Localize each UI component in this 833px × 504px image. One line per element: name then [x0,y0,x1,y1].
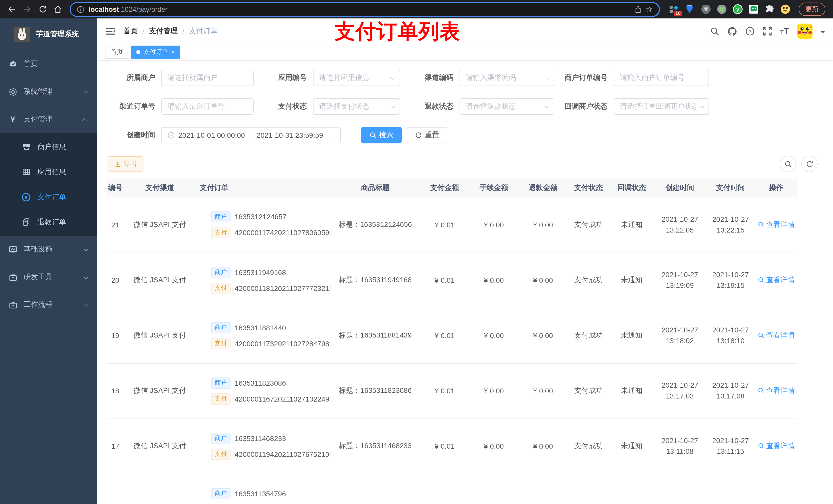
sidebar-item-home[interactable]: 首页 [0,50,97,78]
sidebar-item-system[interactable]: 系统管理 [0,78,97,105]
cell-pay-status: 支付成功 [568,253,610,308]
cell-actions: 查看详情 [755,253,797,308]
view-detail-link[interactable]: 查看详情 [757,386,795,395]
sidebar-item-infrastructure[interactable]: 基础设施 [0,236,97,263]
sidebar-item-app-info[interactable]: 应用信息 [0,159,97,184]
filter-callback-status: 回调商户状态 请选择订单回调商户状态 [563,98,709,115]
sidebar-item-merchant-info[interactable]: 商户信息 [0,134,97,159]
merchant-input[interactable]: 请选择所属商户 [161,70,254,86]
pay-status-select[interactable]: 请选择支付状态 [313,98,400,115]
avatar-caret-icon[interactable] [821,31,825,35]
url-text: localhost:1024/pay/order [89,5,168,13]
extension-dot-icon[interactable] [717,4,727,14]
view-detail-link[interactable]: 查看详情 [757,331,795,340]
chevron-down-icon [84,302,89,307]
cell-pay-amount: ¥ 0.01 [420,197,469,253]
cell-pay-order: 商户 1635311468233 支付 42000011942021102767… [196,418,330,474]
sidebar-item-dev-tools[interactable]: 研发工具 [0,263,97,291]
sidebar-item-label: 支付管理 [24,115,77,124]
col-channel: 支付渠道 [124,179,196,197]
extension-command-icon[interactable]: ⌘ [701,4,711,14]
tags-view-bar: 首页 支付订单 × [97,44,833,61]
cell-callback-status: 未通知 [610,418,654,474]
col-actions: 操作 [755,179,797,197]
extension-puzzle-icon[interactable] [764,4,775,14]
address-bar[interactable]: localhost:1024/pay/order ☆ [70,2,660,17]
github-icon[interactable] [728,26,737,36]
svg-text:?: ? [748,29,752,34]
search-icon[interactable] [710,27,719,36]
sidebar-collapse-icon[interactable] [105,26,116,37]
sidebar-item-pay-order[interactable]: ¥ 支付订单 [0,184,97,210]
view-detail-link[interactable]: 查看详情 [757,220,795,229]
browser-reload-button[interactable] [36,3,49,16]
extension-grid-icon[interactable]: 10 [669,4,679,14]
active-dot-icon [136,50,140,54]
browser-forward-button[interactable] [21,3,34,16]
cell-id: 19 [106,308,124,363]
show-search-toggle-button[interactable] [780,156,796,172]
pay-tag: 支付 [211,393,231,404]
cell-pay-amount: ¥ 0.01 [420,308,469,363]
filter-merchant-order-no: 商户订单编号 请输入商户订单编号 [563,70,709,86]
extension-chat-icon[interactable] [748,4,759,14]
browser-update-button[interactable]: 更新 [799,3,825,16]
shop-icon [22,142,31,151]
sidebar-item-payment[interactable]: ¥ 支付管理 [0,105,97,133]
search-button[interactable]: 搜索 [361,127,402,143]
cell-pay-status: 支付成功 [568,418,610,474]
share-icon[interactable] [634,5,642,13]
browser-menu-icon[interactable]: ⋮ [830,5,833,14]
fullscreen-icon[interactable] [763,27,772,36]
sidebar-item-label: 首页 [24,59,88,69]
chevron-down-icon [84,246,89,251]
app-logo[interactable]: 芋道管理系统 [0,19,97,50]
cell-create-time: 2021-10-2713:17:03 [654,363,706,418]
tag-pay-order[interactable]: 支付订单 × [131,45,180,58]
sidebar-item-label: 应用信息 [38,167,66,176]
col-pay-amount: 支付金额 [420,179,469,197]
cell-callback-status: 未通知 [610,197,654,253]
create-time-range-input[interactable]: 2021-10-01 00:00:00 - 2021-10-31 23:59:5… [161,127,341,143]
sidebar-item-refund-order[interactable]: 退款订单 [0,210,97,235]
browser-home-button[interactable] [51,3,65,16]
app-select[interactable]: 请选择应用信息 [313,70,400,86]
breadcrumb-home[interactable]: 首页 [123,27,138,36]
close-icon[interactable]: × [171,48,175,55]
help-icon[interactable]: ? [745,27,755,36]
cell-actions: 查看详情 [755,308,797,363]
merchant-order-no-input[interactable]: 请输入商户订单编号 [614,70,709,86]
avatar[interactable] [797,24,812,39]
site-info-icon[interactable] [77,5,85,13]
document-icon [22,218,31,226]
sidebar-item-label: 研发工具 [24,272,77,282]
tag-home[interactable]: 首页 [105,45,128,58]
font-size-icon[interactable]: TT [780,26,789,37]
merchant-tag: 商户 [211,322,231,333]
cell-create-time: 2021-10-2713:11:08 [654,418,706,474]
cell-id: 17 [106,418,124,474]
breadcrumb-section[interactable]: 支付管理 [149,27,178,36]
extension-balloon-icon[interactable] [685,4,695,14]
filter-label: 渠道编码 [408,73,459,82]
bookmark-star-icon[interactable]: ☆ [646,5,653,14]
refund-status-select[interactable]: 请选择退款状态 [459,98,554,115]
col-create-time: 创建时间 [654,179,706,197]
channel-order-no-input[interactable]: 请输入渠道订单号 [161,98,254,115]
channel-code-select[interactable]: 请输入渠道编码 [459,70,554,86]
browser-back-button[interactable] [5,3,19,16]
cell-pay-time: 2021-10-2713:11:15 [706,418,755,474]
cell-actions: 查看详情 [755,363,797,418]
view-detail-link[interactable]: 查看详情 [757,441,795,451]
sidebar-item-workflow[interactable]: 工作流程 [0,291,97,318]
channel-pay-no: 4200001181202110277723215336 [235,284,330,292]
extension-emoji-icon[interactable] [780,4,790,14]
extension-y-icon[interactable]: y [733,4,743,14]
callback-status-select[interactable]: 请选择订单回调商户状态 [614,98,709,115]
reset-button[interactable]: 重置 [407,127,447,143]
view-detail-link[interactable]: 查看详情 [757,275,795,285]
export-button[interactable]: 导出 [108,156,143,172]
cell-refund-amount: ¥ 0.00 [519,418,568,474]
refresh-table-button[interactable] [801,156,818,172]
cell-create-time: 2021-10-2713:19:09 [654,253,706,308]
